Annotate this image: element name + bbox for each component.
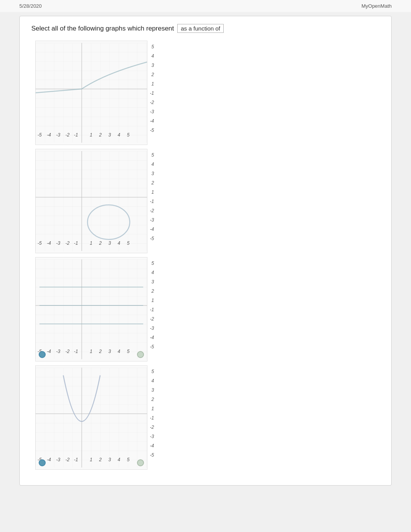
x-label-4-g2: 4 bbox=[118, 240, 120, 246]
question-prefix: Select all of the following graphs which… bbox=[31, 25, 174, 32]
svg-rect-3 bbox=[36, 151, 147, 251]
y-label-n3-g1: -3 bbox=[150, 109, 154, 114]
x-label-n4-g1: -4 bbox=[47, 132, 51, 138]
x-label-4-g1: 4 bbox=[118, 132, 120, 138]
y-label-4-g1: 4 bbox=[151, 53, 154, 59]
function-label: as a function of bbox=[177, 24, 224, 33]
y-label-1-g1: 1 bbox=[151, 81, 154, 87]
y-label-n3-g3: -3 bbox=[150, 326, 154, 331]
question-text: Select all of the following graphs which… bbox=[31, 24, 380, 33]
x-label-n1-g4: -1 bbox=[74, 457, 78, 462]
y-label-n1-g1: -1 bbox=[150, 90, 154, 96]
x-label-2-g3: 2 bbox=[99, 349, 102, 354]
x-label-n4-g2: -4 bbox=[47, 240, 51, 246]
x-label-3-g4: 3 bbox=[108, 457, 111, 462]
y-label-n5-g3: -5 bbox=[150, 344, 154, 350]
y-label-n3-g2: -3 bbox=[150, 217, 154, 223]
x-label-3-g1: 3 bbox=[108, 132, 111, 138]
y-label-3-g1: 3 bbox=[151, 63, 154, 68]
graph-row-3: 5 4 3 2 1 -1 -2 -3 -4 -5 -5 -4 -3 -2 -1 … bbox=[31, 257, 380, 361]
x-label-n1-g2: -1 bbox=[74, 240, 78, 246]
y-label-2-g1: 2 bbox=[151, 72, 154, 77]
x-label-n1-g1: -1 bbox=[74, 132, 78, 138]
y-label-5-g1: 5 bbox=[151, 44, 154, 49]
x-label-2-g2: 2 bbox=[99, 240, 102, 246]
date-label: 5/28/2020 bbox=[19, 3, 42, 9]
y-label-n5-g1: -5 bbox=[150, 128, 154, 133]
y-label-5-g2: 5 bbox=[151, 152, 154, 158]
x-label-4-g3: 4 bbox=[118, 349, 120, 354]
x-label-n4-g3: -4 bbox=[47, 349, 51, 354]
x-label-n2-g4: -2 bbox=[65, 457, 70, 462]
graph-4-left-dot[interactable] bbox=[39, 459, 46, 466]
x-label-1-g1: 1 bbox=[90, 132, 92, 138]
graph-2[interactable]: 5 4 3 2 1 -1 -2 -3 -4 -5 -5 -4 -3 -2 -1 … bbox=[35, 149, 147, 253]
site-label: MyOpenMath bbox=[361, 3, 392, 9]
y-label-5-g4: 5 bbox=[151, 369, 154, 374]
y-label-4-g3: 4 bbox=[151, 270, 154, 275]
y-label-n2-g1: -2 bbox=[150, 100, 154, 105]
y-label-1-g4: 1 bbox=[151, 406, 154, 411]
y-label-n4-g2: -4 bbox=[150, 227, 154, 232]
y-label-n2-g2: -2 bbox=[150, 208, 154, 213]
graph-3-right-dot bbox=[137, 351, 144, 358]
y-label-1-g2: 1 bbox=[151, 189, 154, 195]
x-label-1-g3: 1 bbox=[90, 349, 92, 354]
y-label-3-g3: 3 bbox=[151, 279, 154, 285]
y-label-n1-g2: -1 bbox=[150, 199, 154, 204]
y-label-n2-g4: -2 bbox=[150, 425, 154, 430]
y-label-2-g4: 2 bbox=[151, 397, 154, 402]
graph-3[interactable]: 5 4 3 2 1 -1 -2 -3 -4 -5 -5 -4 -3 -2 -1 … bbox=[35, 257, 147, 361]
y-label-n5-g4: -5 bbox=[150, 452, 154, 458]
svg-rect-13 bbox=[36, 368, 147, 467]
x-label-n3-g2: -3 bbox=[56, 240, 60, 246]
x-label-n5-g2: -5 bbox=[38, 240, 42, 246]
y-label-n1-g3: -1 bbox=[150, 307, 154, 312]
graph-row-4: 5 4 3 2 1 -1 -2 -3 -4 -5 -5 -4 -3 -2 -1 … bbox=[31, 365, 380, 470]
x-label-n3-g1: -3 bbox=[56, 132, 60, 138]
y-label-2-g3: 2 bbox=[151, 288, 154, 294]
y-label-4-g4: 4 bbox=[151, 378, 154, 384]
x-label-n2-g3: -2 bbox=[65, 349, 70, 354]
graph-row-1: 5 4 3 2 1 -1 -2 -3 -4 -5 -5 -4 -3 -2 -1 bbox=[31, 41, 380, 145]
y-label-n4-g3: -4 bbox=[150, 335, 154, 340]
x-label-n4-g4: -4 bbox=[47, 457, 51, 462]
y-label-1-g3: 1 bbox=[151, 298, 154, 303]
graph-row-2: 5 4 3 2 1 -1 -2 -3 -4 -5 -5 -4 -3 -2 -1 … bbox=[31, 149, 380, 253]
x-label-n1-g3: -1 bbox=[74, 349, 78, 354]
y-label-n2-g3: -2 bbox=[150, 316, 154, 322]
x-label-1-g4: 1 bbox=[90, 457, 92, 462]
x-label-4-g4: 4 bbox=[118, 457, 120, 462]
x-label-3-g3: 3 bbox=[108, 349, 111, 354]
svg-rect-7 bbox=[36, 259, 147, 359]
x-label-n3-g3: -3 bbox=[56, 349, 60, 354]
y-label-n3-g4: -3 bbox=[150, 434, 154, 439]
x-label-n2-g1: -2 bbox=[65, 132, 70, 138]
x-label-n2-g2: -2 bbox=[65, 240, 70, 246]
y-label-n1-g4: -1 bbox=[150, 415, 154, 421]
x-label-2-g1: 2 bbox=[99, 132, 102, 138]
x-label-5-g3: 5 bbox=[127, 349, 130, 354]
graph-3-left-dot[interactable] bbox=[39, 351, 46, 358]
y-label-5-g3: 5 bbox=[151, 261, 154, 266]
y-label-3-g4: 3 bbox=[151, 387, 154, 393]
x-label-3-g2: 3 bbox=[108, 240, 111, 246]
x-label-2-g4: 2 bbox=[99, 457, 102, 462]
svg-rect-0 bbox=[36, 43, 147, 143]
y-label-n4-g1: -4 bbox=[150, 118, 154, 124]
y-label-n5-g2: -5 bbox=[150, 236, 154, 241]
y-label-3-g2: 3 bbox=[151, 171, 154, 176]
y-label-2-g2: 2 bbox=[151, 180, 154, 186]
graphs-container: 5 4 3 2 1 -1 -2 -3 -4 -5 -5 -4 -3 -2 -1 bbox=[31, 41, 380, 470]
x-label-5-g1: 5 bbox=[127, 132, 130, 138]
x-label-n3-g4: -3 bbox=[56, 457, 60, 462]
graph-4-right-dot bbox=[137, 459, 144, 466]
x-label-5-g2: 5 bbox=[127, 240, 130, 246]
y-label-n4-g4: -4 bbox=[150, 443, 154, 448]
x-label-5-g4: 5 bbox=[127, 457, 130, 462]
x-label-n5-g1: -5 bbox=[38, 132, 42, 138]
y-label-4-g2: 4 bbox=[151, 162, 154, 167]
graph-4[interactable]: 5 4 3 2 1 -1 -2 -3 -4 -5 -5 -4 -3 -2 -1 … bbox=[35, 365, 147, 470]
graph-1[interactable]: 5 4 3 2 1 -1 -2 -3 -4 -5 -5 -4 -3 -2 -1 bbox=[35, 41, 147, 145]
x-label-1-g2: 1 bbox=[90, 240, 92, 246]
